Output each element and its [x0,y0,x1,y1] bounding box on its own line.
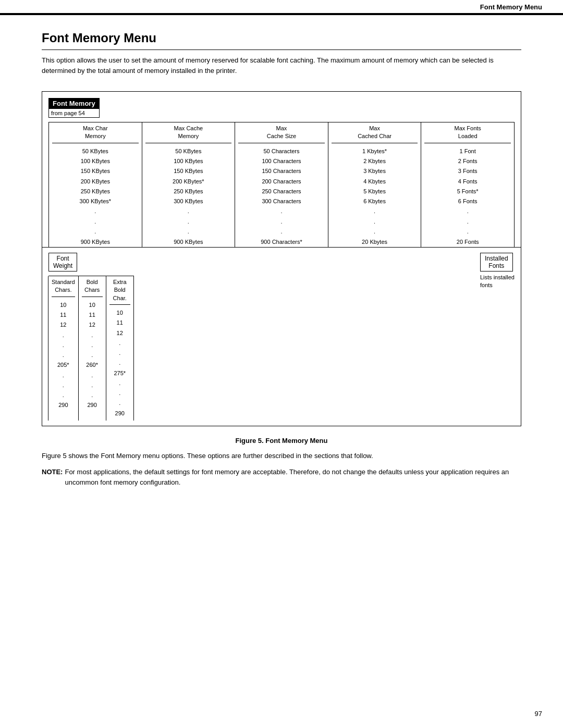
col-dots-1: ... [52,206,139,237]
installed-fonts-note: Lists installedfonts [480,274,515,290]
font-memory-label: Font Memory [48,98,100,109]
bottom-spacer [134,253,459,421]
note-block: NOTE: For most applications, the default… [42,467,521,487]
col-max-cache-size: MaxCache Size 50 Characters100 Character… [235,122,328,247]
installed-fonts-section: InstalledFonts Lists installedfonts [480,253,515,421]
col-header-max-char: Max CharMemory [52,125,139,143]
col-last-max-char: 900 KBytes [52,239,139,245]
col-header-standard: StandardChars. [52,278,75,297]
col-extra-bold-chars: Extra BoldChar. 101112...275*...290 [106,276,134,421]
col-header-fonts-loaded: Max FontsLoaded [424,125,511,143]
col-header-extra-bold: Extra BoldChar. [109,278,130,305]
top-columns: Max CharMemory 50 KBytes100 KBytes150 KB… [48,122,515,247]
col-vals-extra-bold: 101112...275*...290 [109,308,130,418]
col-vals-max-char: 50 KBytes100 KBytes150 KBytes200 KBytes2… [52,146,139,207]
col-last-cached-char: 20 Kbytes [332,239,418,245]
col-header-bold: BoldChars [82,278,103,297]
col-bold-chars: BoldChars 101112...260*...290 [78,276,106,421]
figure-description: Figure 5 shows the Font Memory menu opti… [42,451,521,461]
col-max-cached-char: MaxCached Char 1 Kbytes*2 Kbytes3 Kbytes… [328,122,422,247]
page-title: Font Memory Menu [42,31,521,50]
col-max-fonts-loaded: Max FontsLoaded 1 Font2 Fonts3 Fonts4 Fo… [421,122,515,247]
intro-paragraph: This option allows the user to set the a… [42,55,521,76]
col-vals-bold: 101112...260*...290 [82,300,103,411]
font-memory-header: Font Memory from page 54 [48,98,515,118]
col-header-cached-char: MaxCached Char [332,125,418,143]
footer-page-number: 97 [535,710,542,718]
font-weight-box: FontWeight [48,253,77,272]
col-last-cache-size: 900 Characters* [238,239,325,245]
main-content: Font Memory Menu This option allows the … [0,15,563,514]
col-vals-fonts-loaded: 1 Font2 Fonts3 Fonts4 Fonts5 Fonts*6 Fon… [424,146,511,207]
font-weight-sub-cols: StandardChars. 101112...205*...290 BoldC… [48,276,134,421]
font-memory-sub: from page 54 [48,109,100,118]
header-title: Font Memory Menu [480,3,542,11]
figure-caption: Figure 5. Font Memory Menu [42,437,521,445]
col-header-max-cache: Max CacheMemory [145,125,232,143]
col-last-max-cache: 900 KBytes [145,239,232,245]
diagram: Font Memory from page 54 Max CharMemory … [42,91,521,426]
font-memory-box: Font Memory from page 54 [48,98,100,118]
note-text: For most applications, the default setti… [65,467,521,487]
col-dots-4: ... [332,206,418,237]
installed-fonts-box: InstalledFonts [480,253,513,272]
font-weight-section: FontWeight StandardChars. 101112...205*.… [48,253,134,421]
col-header-cache-size: MaxCache Size [238,125,325,143]
col-vals-standard: 101112...205*...290 [52,300,75,411]
col-dots-2: ... [145,206,232,237]
col-standard-chars: StandardChars. 101112...205*...290 [48,276,79,421]
note-label: NOTE: [42,467,63,487]
col-dots-3: ... [238,206,325,237]
col-vals-max-cache: 50 KBytes100 KBytes150 KBytes200 KBytes*… [145,146,232,207]
col-vals-cache-size: 50 Characters100 Characters150 Character… [238,146,325,207]
col-max-char-memory: Max CharMemory 50 KBytes100 KBytes150 KB… [48,122,142,247]
col-vals-cached-char: 1 Kbytes*2 Kbytes3 Kbytes4 Kbytes5 Kbyte… [332,146,418,207]
diagram-top-section: Font Memory from page 54 Max CharMemory … [42,92,521,248]
page-header: Font Memory Menu [0,0,563,14]
col-last-fonts-loaded: 20 Fonts [424,239,511,245]
col-max-cache-memory: Max CacheMemory 50 KBytes100 KBytes150 K… [142,122,236,247]
col-dots-5: ... [424,206,511,237]
diagram-bottom-section: FontWeight StandardChars. 101112...205*.… [42,248,521,426]
